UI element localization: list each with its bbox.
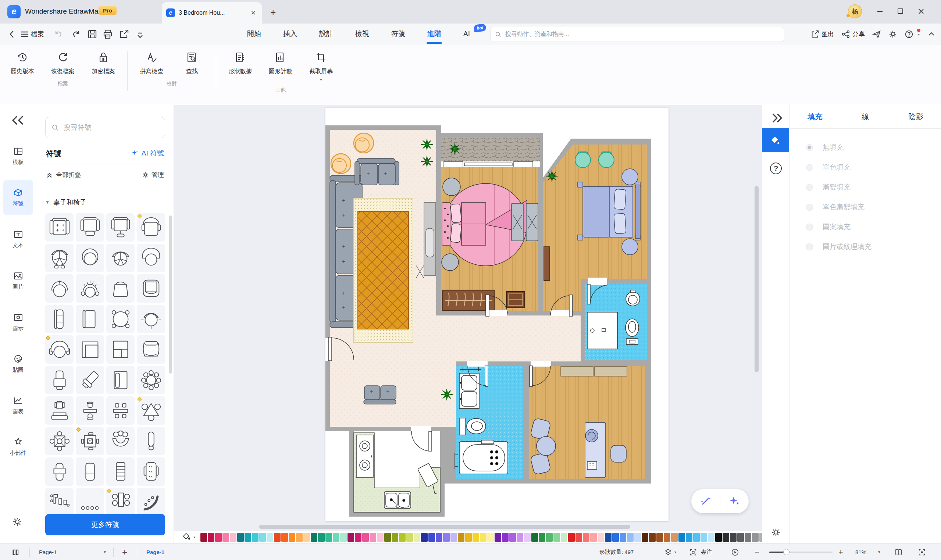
- color-swatch[interactable]: [634, 533, 641, 542]
- color-swatch[interactable]: [311, 533, 317, 542]
- color-swatch[interactable]: [289, 533, 295, 542]
- color-swatch[interactable]: [384, 533, 391, 542]
- page-layout-icon[interactable]: [11, 544, 19, 560]
- color-swatch[interactable]: [369, 533, 376, 542]
- symbol-corner-sofa[interactable]: [76, 335, 104, 364]
- dining-bench[interactable]: [364, 386, 396, 404]
- new-tab-button[interactable]: +: [270, 7, 276, 18]
- horizontal-scrollbar[interactable]: [259, 525, 630, 529]
- color-swatch[interactable]: [281, 533, 288, 542]
- color-swatch[interactable]: [686, 533, 692, 542]
- symbol-slim-chair[interactable]: [137, 427, 165, 455]
- symbol-podium-seat[interactable]: [45, 396, 74, 425]
- fill-option-單色漸變填充[interactable]: 單色漸變填充: [806, 197, 872, 217]
- wall-shelf[interactable]: [595, 366, 627, 376]
- radio-button[interactable]: [806, 243, 813, 251]
- zoom-slider[interactable]: [769, 552, 832, 553]
- symbol-square-table-four-seats[interactable]: [76, 427, 104, 455]
- minimize-button[interactable]: [875, 7, 885, 16]
- ai-symbols-button[interactable]: AI 符號: [131, 149, 164, 158]
- color-swatch[interactable]: [458, 533, 464, 542]
- symbol-office-chair[interactable]: [106, 213, 135, 242]
- collapse-panel-icon[interactable]: [9, 115, 26, 126]
- color-swatch[interactable]: [406, 533, 413, 542]
- symbol-cross-table-four-seats[interactable]: [45, 427, 74, 455]
- color-swatch[interactable]: [531, 533, 538, 542]
- ribbon-button-恢復檔案[interactable]: 恢復檔案: [43, 45, 83, 75]
- back-icon[interactable]: [7, 29, 18, 40]
- color-swatch[interactable]: [671, 533, 678, 542]
- close-window-button[interactable]: [916, 7, 926, 16]
- color-swatch[interactable]: [399, 533, 406, 542]
- format-tab-陰影[interactable]: 陰影: [890, 112, 941, 122]
- color-swatch[interactable]: [664, 533, 670, 542]
- symbol-meeting-table[interactable]: [106, 488, 135, 515]
- color-swatch[interactable]: [590, 533, 597, 542]
- floor-plan[interactable]: [326, 108, 669, 521]
- color-swatch[interactable]: [620, 533, 626, 542]
- symbol-recliner-dotted[interactable]: [137, 457, 165, 486]
- color-swatch[interactable]: [326, 533, 332, 542]
- color-swatch[interactable]: [583, 533, 589, 542]
- color-swatch[interactable]: [539, 533, 545, 542]
- menu-tab-AI[interactable]: AIhot: [452, 23, 481, 45]
- page-tab[interactable]: Page-1: [146, 544, 165, 560]
- ribbon-button-圖形計數[interactable]: 圖形計數: [260, 45, 301, 82]
- symbol-round-tub-chair[interactable]: [137, 244, 165, 272]
- color-swatch[interactable]: [649, 533, 656, 542]
- undo-icon[interactable]: [53, 29, 64, 40]
- fit-screen-icon[interactable]: [918, 544, 926, 560]
- zoom-slider-knob[interactable]: [783, 549, 789, 555]
- symbol-table-two-seats[interactable]: [76, 396, 104, 425]
- area-rug[interactable]: [354, 198, 413, 342]
- hamburger-icon[interactable]: [19, 29, 30, 40]
- symbol-sectional-seat[interactable]: [106, 335, 135, 364]
- color-swatch[interactable]: [443, 533, 450, 542]
- color-swatch[interactable]: [760, 533, 762, 542]
- document-tab[interactable]: e 3 Bedroom Hou... ✕: [162, 2, 262, 23]
- radio-button[interactable]: [806, 204, 813, 211]
- color-swatch[interactable]: [259, 533, 266, 542]
- sidebar-item-文本[interactable]: 文本: [3, 222, 33, 257]
- symbol-wing-chair[interactable]: [137, 335, 165, 364]
- page-selector[interactable]: Page-1: [39, 544, 57, 560]
- ribbon-button-歷史版本[interactable]: 歷史版本: [2, 45, 43, 75]
- menu-tab-設計[interactable]: 設計: [308, 23, 344, 45]
- color-swatch[interactable]: [737, 533, 744, 542]
- symbol-cross-round-chair[interactable]: [137, 305, 165, 333]
- color-swatch[interactable]: [524, 533, 530, 542]
- color-swatch[interactable]: [642, 533, 648, 542]
- zoom-in-button[interactable]: +: [838, 544, 843, 560]
- color-swatch[interactable]: [223, 533, 229, 542]
- ribbon-button-截取屏幕[interactable]: 截取屏幕▼: [301, 45, 341, 82]
- symbol-recliner-slats[interactable]: [106, 457, 135, 486]
- close-tab-icon[interactable]: ✕: [249, 9, 257, 17]
- color-swatch[interactable]: [451, 533, 457, 542]
- fill-option-單色填充[interactable]: 單色填充: [806, 157, 872, 177]
- color-swatch[interactable]: [723, 533, 729, 542]
- menu-tab-符號[interactable]: 符號: [380, 23, 416, 45]
- radio-button[interactable]: [806, 184, 813, 191]
- print-icon[interactable]: [102, 29, 113, 40]
- symbol-recliner-band[interactable]: [45, 457, 74, 486]
- kitchen-sink[interactable]: [384, 492, 411, 509]
- color-swatch[interactable]: [215, 533, 222, 542]
- color-swatch[interactable]: [377, 533, 384, 542]
- save-icon[interactable]: [87, 29, 98, 40]
- color-swatch[interactable]: [568, 533, 575, 542]
- symbol-search-input[interactable]: 搜尋符號: [45, 117, 165, 138]
- sidebar-item-圖示[interactable]: 圖示: [3, 305, 33, 340]
- symbol-stool-row[interactable]: [76, 488, 104, 515]
- color-swatch[interactable]: [546, 533, 553, 542]
- fill-option-圖案填充[interactable]: 圖案填充: [806, 217, 872, 237]
- symbol-section-header[interactable]: ▼ 桌子和椅子: [45, 198, 86, 207]
- symbol-bar-set[interactable]: [45, 488, 74, 515]
- symbol-curved-bench[interactable]: [137, 488, 165, 515]
- format-tab-填充[interactable]: 填充: [790, 112, 840, 122]
- canvas-settings-icon[interactable]: [771, 527, 781, 538]
- symbol-tufted-armchair[interactable]: [45, 213, 74, 242]
- color-swatch[interactable]: [730, 533, 737, 542]
- zoom-level[interactable]: 81%: [855, 544, 866, 560]
- menu-tab-檢視[interactable]: 檢視: [344, 23, 380, 45]
- symbol-headrest-round-chair[interactable]: [45, 274, 74, 303]
